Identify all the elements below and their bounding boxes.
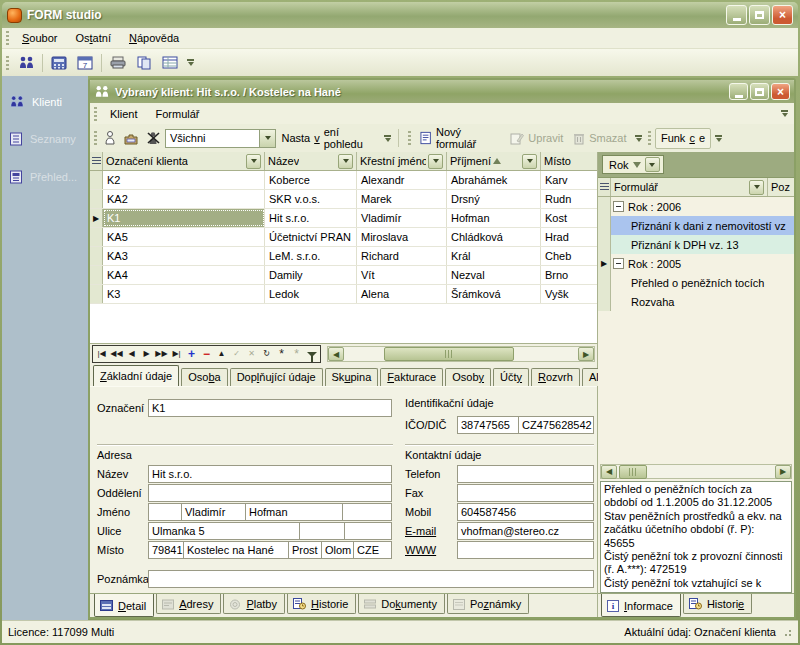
- client-maximize-button[interactable]: [750, 83, 769, 100]
- tab-informace[interactable]: i Informace: [601, 594, 681, 617]
- client-toolbar-grip[interactable]: [94, 131, 97, 145]
- clients-horizontal-scrollbar[interactable]: ◀ ▶: [327, 346, 595, 362]
- nav-edit-button[interactable]: ▲: [214, 347, 229, 362]
- list-item[interactable]: Přehled o peněžních tocích: [598, 273, 794, 292]
- jmeno-titul-field[interactable]: [148, 503, 182, 521]
- dic-field[interactable]: CZ475628542: [518, 416, 594, 434]
- oddeleni-field[interactable]: [148, 484, 392, 502]
- psc-field[interactable]: 79841: [148, 541, 184, 559]
- menu-napoveda[interactable]: Nápověda: [120, 29, 188, 47]
- oznaceni-field[interactable]: K1: [148, 399, 392, 417]
- www-link-label[interactable]: WWW: [405, 544, 436, 556]
- tab-skupina[interactable]: Skupina: [325, 368, 379, 386]
- list-item[interactable]: Přiznání k DPH vz. 13: [598, 235, 794, 254]
- table-row-selected[interactable]: ▶ K1Hit s.r.o.VladimírHofmanKost: [90, 209, 597, 228]
- ulice-cp-field[interactable]: [299, 522, 345, 540]
- nav-fast-next-button[interactable]: ▶▶: [154, 347, 169, 362]
- client-menubar-overflow-icon[interactable]: [779, 105, 790, 123]
- column-header-prijmeni[interactable]: Příjmení: [447, 152, 541, 170]
- nav-post-button[interactable]: ✓: [229, 347, 244, 362]
- tab-ucty[interactable]: Účty: [493, 368, 529, 386]
- email-link-label[interactable]: E-mail: [405, 525, 436, 537]
- nav-bookmark-button[interactable]: *: [274, 347, 289, 362]
- calculator-icon[interactable]: [46, 52, 72, 74]
- table-row[interactable]: KA5Účetnictví PRANMiroslavaChládkováHrad: [90, 228, 597, 247]
- jmeno-krestni-field[interactable]: Vladimír: [181, 503, 246, 521]
- scroll-left-icon[interactable]: ◀: [328, 347, 344, 361]
- tab-detail[interactable]: Detail: [94, 594, 154, 617]
- toolbar-grip[interactable]: [6, 56, 9, 70]
- misto-field[interactable]: Kostelec na Hané: [183, 541, 289, 559]
- forms-toolbar-overflow-icon[interactable]: [634, 129, 644, 147]
- column-filter-icon[interactable]: [338, 154, 353, 169]
- copy-icon[interactable]: [131, 52, 157, 74]
- sidebar-item-prehled[interactable]: Přehled...: [2, 165, 88, 189]
- grid-corner-button[interactable]: [90, 152, 103, 170]
- ulice-co-field[interactable]: [344, 522, 392, 540]
- nav-cancel-button[interactable]: ✕: [244, 347, 259, 362]
- nav-goto-bookmark-button[interactable]: *: [289, 347, 304, 362]
- tab-historie-form[interactable]: Historie: [683, 594, 752, 614]
- nav-prev-button[interactable]: ◀: [124, 347, 139, 362]
- group-row[interactable]: ▶ Rok : 2005: [598, 254, 794, 273]
- group-by-rok-button[interactable]: Rok: [602, 155, 664, 174]
- exclude-person-icon[interactable]: [142, 127, 165, 149]
- column-filter-icon[interactable]: [246, 154, 261, 169]
- minimize-button[interactable]: [726, 5, 747, 25]
- sidebar-item-seznamy[interactable]: Seznamy: [2, 127, 88, 151]
- fax-field[interactable]: [457, 484, 594, 502]
- filter-funnel-icon[interactable]: [304, 347, 319, 362]
- client-toolbar-overflow-icon[interactable]: [383, 129, 393, 147]
- tab-historie[interactable]: Historie: [287, 594, 356, 614]
- collapse-icon[interactable]: [613, 258, 624, 269]
- ico-field[interactable]: 38747565: [457, 416, 519, 434]
- list-item-selected[interactable]: Přiznání k dani z nemovitostí vz: [598, 216, 794, 235]
- person-icon[interactable]: [101, 127, 120, 149]
- jmeno-titul2-field[interactable]: [342, 503, 392, 521]
- resize-grip[interactable]: [782, 627, 792, 637]
- client-minimize-button[interactable]: [729, 83, 748, 100]
- view-settings-button[interactable]: Nastavení pohledu: [276, 124, 380, 152]
- column-header-krestni-jmeno[interactable]: Křestní jméno: [357, 152, 447, 170]
- clients-filter-combo[interactable]: Všichni: [165, 129, 276, 148]
- table-row[interactable]: K3LedokAlenaŠrámkováVyšk: [90, 285, 597, 304]
- column-filter-icon[interactable]: [428, 154, 443, 169]
- list-item[interactable]: Rozvaha: [598, 292, 794, 311]
- nav-next-button[interactable]: ▶: [139, 347, 154, 362]
- toolbar-overflow-icon[interactable]: [185, 54, 196, 72]
- table-row[interactable]: KA3LeM. s.r.o.RichardKrálCheb: [90, 247, 597, 266]
- functions-button[interactable]: Funkce: [655, 128, 711, 149]
- table-row[interactable]: KA2SKR v.o.s.MarekDrsnýRudn: [90, 190, 597, 209]
- client-close-button[interactable]: ×: [771, 83, 790, 100]
- nav-last-button[interactable]: ▶|: [169, 347, 184, 362]
- telefon-field[interactable]: [457, 465, 594, 483]
- chevron-down-icon[interactable]: [645, 157, 660, 172]
- column-header-misto[interactable]: Místo: [541, 152, 597, 170]
- report-icon[interactable]: [157, 52, 183, 74]
- column-filter-icon[interactable]: [522, 154, 537, 169]
- forms-horizontal-scrollbar[interactable]: ◀ ▶: [600, 464, 792, 479]
- poznamka-field[interactable]: [148, 570, 594, 588]
- mobil-field[interactable]: 604587456: [457, 503, 594, 521]
- okres-field[interactable]: Prost: [288, 541, 322, 559]
- scroll-right-icon[interactable]: ▶: [775, 465, 791, 479]
- chevron-down-icon[interactable]: [259, 130, 275, 147]
- table-row[interactable]: KA4DamilyVítNezvalBrno: [90, 266, 597, 285]
- tab-doplnujici-udaje[interactable]: Doplňující údaje: [230, 368, 323, 386]
- column-header-oznaceni[interactable]: Označení klienta: [103, 152, 265, 170]
- menu-klient[interactable]: Klient: [101, 105, 147, 123]
- scrollbar-thumb[interactable]: [619, 465, 647, 479]
- tab-rozvrh[interactable]: Rozvrh: [531, 368, 580, 386]
- stat-field[interactable]: CZE: [353, 541, 392, 559]
- tab-dokumenty[interactable]: Dokumenty: [358, 594, 445, 614]
- collapse-icon[interactable]: [613, 201, 624, 212]
- menu-soubor[interactable]: Soubor: [13, 29, 66, 47]
- scroll-left-icon[interactable]: ◀: [601, 465, 617, 479]
- close-button[interactable]: ×: [772, 5, 793, 25]
- nav-delete-button[interactable]: −: [199, 347, 214, 362]
- sidebar-item-klienti[interactable]: Klienti: [2, 90, 88, 113]
- functions-overflow-icon[interactable]: [713, 129, 724, 147]
- scroll-right-icon[interactable]: ▶: [578, 347, 594, 361]
- tab-osoby[interactable]: Osoby: [445, 368, 491, 386]
- kraj-field[interactable]: Olom: [321, 541, 354, 559]
